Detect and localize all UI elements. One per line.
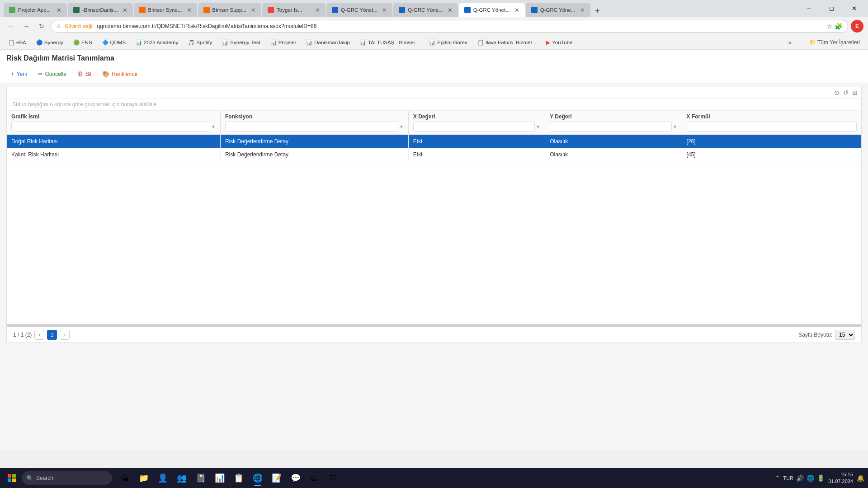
bookmark-eba[interactable]: 📋 eBA	[5, 38, 30, 47]
tab-close-qgrc3[interactable]: ✕	[514, 7, 519, 14]
lock-icon: ⚠	[57, 23, 61, 29]
bookmark-tai[interactable]: 📊 TAİ TUSAŞ - Bimser...	[356, 38, 423, 47]
tab-close-bimsersupp[interactable]: ✕	[251, 7, 256, 14]
bookmark-egitim[interactable]: 📊 Eğitim Görev	[425, 38, 471, 47]
pagination-left: 1 / 1 (2) ‹ 1 ›	[13, 330, 70, 340]
close-button[interactable]: ✕	[844, 1, 864, 15]
taskbar-search[interactable]: 🔍 Search	[22, 471, 112, 485]
grid-refresh-icon[interactable]: ↺	[843, 89, 849, 96]
tab-close-qgrc2[interactable]: ✕	[448, 7, 453, 14]
bookmark-synergy-test[interactable]: 📊 Synergy Test	[218, 38, 264, 47]
speaker-icon[interactable]: 🔊	[796, 474, 804, 482]
bookmark-spotify[interactable]: 🎵 Spotify	[184, 38, 216, 47]
cell-xform-2: [45]	[682, 148, 861, 161]
col-filter-grafik-input[interactable]	[11, 122, 210, 131]
taskbar-word-button[interactable]: 📝	[268, 469, 286, 487]
bookmark-academy[interactable]: 📊 2023 Academy	[132, 38, 182, 47]
tab-bimsersupp[interactable]: Bimser Supp... ✕	[198, 3, 261, 17]
tab-projeler[interactable]: Projeler App... ✕	[4, 3, 67, 17]
update-button[interactable]: ✏ Güncelle	[33, 68, 71, 80]
network-icon[interactable]: 🌐	[807, 474, 814, 482]
bookmark-ilave[interactable]: 📋 İlave Fatura. Hizmet...	[474, 38, 540, 47]
tab-label-qgrc3: Q-GRC Yönet...	[473, 7, 510, 13]
taskbar-chrome-button[interactable]: 🌐	[249, 469, 267, 487]
filter-icon-y[interactable]: ▼	[673, 124, 677, 129]
page-title: Risk Dağılım Matrisi Tanımlama	[6, 54, 114, 62]
tab-qgrc2[interactable]: Q-GRC Yöne... ✕	[393, 3, 458, 17]
chevron-up-icon[interactable]: ⌃	[775, 474, 780, 482]
tab-close-bimsersy[interactable]: ✕	[187, 7, 192, 14]
tab-qgrc1[interactable]: Q-GRC Yönet... ✕	[326, 3, 392, 17]
address-box[interactable]: ⚠ Güvenli değil qgrcdemo.bimser.com.tr/Q…	[51, 20, 848, 33]
all-bookmarks[interactable]: 📁 Tüm Yer İşaretleri	[806, 38, 863, 47]
reload-button[interactable]: ↻	[35, 20, 48, 33]
bookmark-spotify-label: Spotify	[196, 40, 212, 45]
tab-favicon-qgrc4	[531, 7, 538, 13]
col-filter-fonk-input[interactable]	[225, 122, 398, 131]
delete-button[interactable]: 🗑 Sil	[73, 68, 96, 80]
tab-close-toygar[interactable]: ✕	[315, 7, 320, 14]
new-tab-button[interactable]: +	[591, 5, 604, 17]
battery-icon[interactable]: 🔋	[817, 474, 825, 482]
tab-close-qgrc4[interactable]: ✕	[580, 7, 585, 14]
col-filter-y-input[interactable]	[550, 122, 671, 131]
taskbar-teams2-button[interactable]: 💬	[287, 469, 305, 487]
bookmark-ens[interactable]: 🟢 ENS	[70, 38, 96, 47]
notification-icon[interactable]: 🔔	[857, 474, 864, 482]
taskbar-widget-button[interactable]: 🌤	[116, 469, 134, 487]
bookmark-danismantak[interactable]: 📊 DanismanTakip	[302, 38, 354, 47]
minimize-button[interactable]: –	[798, 1, 819, 15]
tab-toygar[interactable]: Toygar Is... ✕	[262, 3, 326, 17]
taskbar-security-button[interactable]: 🛡	[325, 469, 343, 487]
colorize-button[interactable]: 🎨 Renklendir	[98, 68, 142, 80]
taskbar-files-button[interactable]: 🗂	[306, 469, 324, 487]
table-row-2[interactable]: Kalıntı Risk Haritası Risk Değerlendirme…	[7, 148, 861, 161]
forward-button[interactable]: →	[20, 20, 33, 33]
profile-icon[interactable]: E	[851, 20, 863, 33]
restore-button[interactable]: ◻	[821, 1, 842, 15]
tab-qgrc3[interactable]: Q-GRC Yönet... ✕	[459, 3, 525, 17]
extensions-icon[interactable]: 🧩	[835, 23, 842, 30]
bookmark-qdms[interactable]: 🔷 QDMS	[99, 38, 130, 47]
bookmarks-more-button[interactable]: »	[785, 38, 794, 47]
table-row-1[interactable]: Doğal Risk Haritası Risk Değerlendirme D…	[7, 135, 861, 148]
tab-bimsersy[interactable]: Bimser Syne... ✕	[134, 3, 197, 17]
new-button[interactable]: + Yeni	[6, 68, 32, 80]
next-page-button[interactable]: ›	[60, 330, 70, 340]
start-button[interactable]	[4, 470, 20, 486]
filter-icon-x[interactable]: ▼	[536, 124, 540, 129]
tab-close-bimserdan[interactable]: ✕	[123, 7, 127, 14]
grid-export-icon[interactable]: ⊞	[852, 89, 858, 96]
taskbar-onenote-button[interactable]: 📓	[192, 469, 210, 487]
tab-qgrc4[interactable]: Q-GRC Yöne... ✕	[526, 3, 590, 17]
filter-icon-grafik[interactable]: ▼	[211, 124, 216, 129]
tab-bimserdan[interactable]: -BimserDanis... ✕	[68, 3, 133, 17]
cell-x-2: Etki	[408, 148, 545, 161]
colorize-label: Renklendir	[112, 71, 137, 77]
tab-close-projeler[interactable]: ✕	[57, 7, 61, 14]
taskbar-teams-button[interactable]: 👥	[173, 469, 191, 487]
prev-page-button[interactable]: ‹	[34, 330, 44, 340]
star-icon[interactable]: ☆	[827, 23, 833, 30]
page-1-button[interactable]: 1	[47, 330, 57, 340]
tab-close-qgrc1[interactable]: ✕	[382, 7, 387, 14]
svg-rect-3	[12, 479, 16, 482]
back-button[interactable]: ←	[5, 20, 17, 33]
filter-icon-fonk[interactable]: ▼	[399, 124, 404, 129]
bookmark-synergy[interactable]: 🔵 Synergy	[33, 38, 67, 47]
bookmark-qdms-icon: 🔷	[102, 39, 108, 46]
bookmark-youtube[interactable]: ▶ YouTube	[542, 38, 576, 47]
taskbar-explorer-button[interactable]: 📁	[135, 469, 153, 487]
col-filter-xform-input[interactable]	[687, 122, 857, 131]
address-actions: ☆ 🧩	[827, 23, 842, 30]
taskbar-excel-button[interactable]: 📊	[211, 469, 229, 487]
col-filter-x-input[interactable]	[413, 122, 535, 131]
toolbar-separator	[800, 38, 800, 47]
page-size-label: Sayfa Boyutu:	[798, 332, 832, 338]
page-size-select[interactable]: 15 25 50	[835, 330, 855, 340]
taskbar-clock[interactable]: 15:15 31.07.2024	[828, 471, 853, 485]
grid-action-1[interactable]: ⊙	[834, 89, 840, 96]
bookmark-projeler[interactable]: 📊 Projeler	[267, 38, 300, 47]
taskbar-office-button[interactable]: 👤	[154, 469, 172, 487]
taskbar-project-button[interactable]: 📋	[230, 469, 248, 487]
